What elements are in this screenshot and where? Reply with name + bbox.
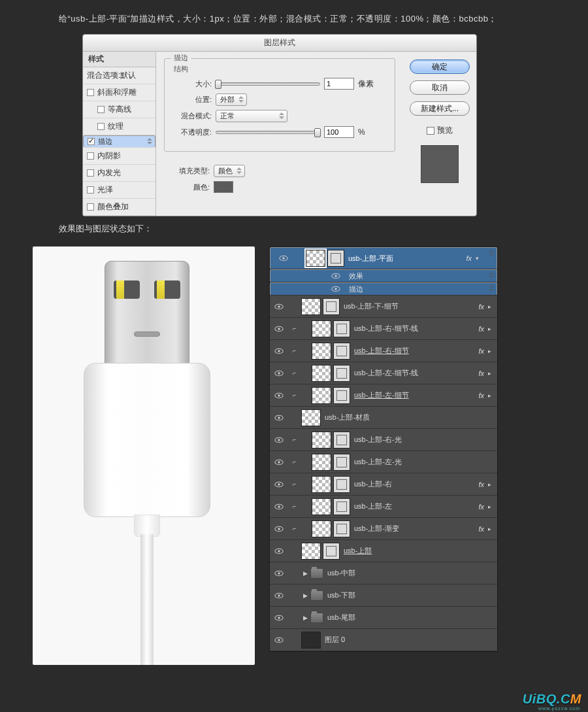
layer-row[interactable]: ⌐usb-上部-右-光 xyxy=(270,429,497,451)
layer-thumb[interactable] xyxy=(312,343,331,360)
layer-name[interactable]: usb-上部-渐变 xyxy=(350,524,474,534)
opacity-input[interactable] xyxy=(324,126,354,138)
layer-thumb[interactable] xyxy=(312,432,331,449)
link-icon[interactable]: ⌐ xyxy=(288,347,301,354)
layer-thumb[interactable] xyxy=(301,543,321,560)
layer-row[interactable]: usb-上部-材质 xyxy=(270,407,497,429)
layer-name[interactable]: usb-上部-左-细节-线 xyxy=(350,368,474,378)
eye-icon[interactable] xyxy=(270,326,288,332)
layer-row[interactable]: usb-上部-平面fx▾ xyxy=(270,247,497,269)
layer-name[interactable]: usb-上部-左-细节 xyxy=(350,390,474,400)
layer-thumb[interactable] xyxy=(301,298,321,315)
layer-name[interactable]: usb-上部-右-细节 xyxy=(350,346,474,356)
layer-thumb[interactable] xyxy=(306,250,325,267)
size-slider[interactable] xyxy=(216,82,320,86)
style-satin[interactable]: 光泽 xyxy=(83,182,155,199)
layer-name[interactable]: usb-上部-左 xyxy=(350,501,474,511)
chevron-icon[interactable]: ▸ xyxy=(488,392,497,399)
layer-thumb[interactable] xyxy=(312,476,331,493)
size-input[interactable] xyxy=(324,78,354,90)
chevron-icon[interactable]: ▾ xyxy=(476,255,485,262)
position-select[interactable]: 外部 xyxy=(216,93,247,106)
layer-thumb[interactable] xyxy=(301,632,321,649)
fx-icon[interactable]: fx xyxy=(474,303,488,311)
checkbox-icon[interactable] xyxy=(97,123,105,130)
link-icon[interactable]: ⌐ xyxy=(288,369,301,377)
layer-mask[interactable] xyxy=(333,432,350,449)
chevron-icon[interactable]: ▸ xyxy=(488,303,497,310)
layer-row[interactable]: ⌐usb-上部-右-细节fx▸ xyxy=(270,340,497,362)
style-texture[interactable]: 纹理 xyxy=(83,118,155,135)
layer-thumb[interactable] xyxy=(312,520,331,537)
layer-thumb[interactable] xyxy=(312,498,331,515)
eye-icon[interactable] xyxy=(270,415,288,421)
cancel-button[interactable]: 取消 xyxy=(410,80,470,95)
fx-icon[interactable]: fx xyxy=(474,347,488,355)
fx-icon[interactable]: fx xyxy=(474,525,488,533)
eye-icon[interactable] xyxy=(327,286,345,292)
layer-name[interactable]: usb-上部-右-光 xyxy=(350,435,497,445)
style-bevel[interactable]: 斜面和浮雕 xyxy=(83,84,155,101)
link-icon[interactable]: ⌐ xyxy=(288,436,301,443)
layer-name[interactable]: usb-下部 xyxy=(323,590,497,600)
layer-mask[interactable] xyxy=(333,387,350,404)
layer-mask[interactable] xyxy=(333,365,350,382)
checkbox-icon[interactable] xyxy=(87,152,94,160)
style-stroke[interactable]: 描边 xyxy=(83,135,155,148)
eye-icon[interactable] xyxy=(327,273,345,279)
layer-name[interactable]: usb-上部-右 xyxy=(350,479,474,489)
layer-name[interactable]: usb-上部-下-细节 xyxy=(340,301,474,311)
style-contour[interactable]: 等高线 xyxy=(83,101,155,118)
layer-row[interactable]: ⌐usb-上部-渐变fx▸ xyxy=(270,518,497,540)
layer-thumb[interactable] xyxy=(312,387,331,404)
layer-effect-row[interactable]: 效果 xyxy=(270,269,497,282)
arrow-icon[interactable]: ▶ xyxy=(301,570,309,577)
checkbox-icon[interactable] xyxy=(87,186,94,194)
link-icon[interactable]: ⌐ xyxy=(288,458,301,466)
arrow-icon[interactable]: ▶ xyxy=(301,615,309,621)
blend-options-row[interactable]: 混合选项:默认 xyxy=(83,67,155,84)
eye-icon[interactable] xyxy=(274,255,293,262)
layer-name[interactable]: usb-上部-材质 xyxy=(321,413,497,422)
preview-checkbox[interactable] xyxy=(427,127,434,135)
layer-name[interactable]: 图层 0 xyxy=(321,635,497,645)
checkbox-icon[interactable] xyxy=(87,203,94,211)
layer-mask[interactable] xyxy=(327,250,344,267)
fx-icon[interactable]: fx xyxy=(474,481,488,488)
layer-row[interactable]: ⌐usb-上部-左-细节fx▸ xyxy=(270,384,497,407)
layer-row[interactable]: ⌐usb-上部-右fx▸ xyxy=(270,473,497,496)
link-icon[interactable]: ⌐ xyxy=(288,525,301,532)
layer-mask[interactable] xyxy=(323,298,340,315)
eye-icon[interactable] xyxy=(270,392,288,399)
chevron-icon[interactable]: ▸ xyxy=(488,503,497,510)
eye-icon[interactable] xyxy=(270,570,288,577)
link-icon[interactable]: ⌐ xyxy=(288,392,301,399)
eye-icon[interactable] xyxy=(270,592,288,599)
chevron-icon[interactable]: ▸ xyxy=(488,481,497,488)
fx-icon[interactable]: fx xyxy=(462,254,476,262)
layer-name[interactable]: usb-中部 xyxy=(323,568,497,578)
eye-icon[interactable] xyxy=(270,615,288,621)
layer-row[interactable]: ⌐usb-上部-左fx▸ xyxy=(270,496,497,518)
layer-row[interactable]: ▶usb-中部 xyxy=(270,562,497,585)
layer-row[interactable]: ⌐usb-上部-右-细节-线fx▸ xyxy=(270,318,497,340)
layer-mask[interactable] xyxy=(333,454,350,471)
checkbox-icon[interactable] xyxy=(88,138,95,145)
layer-effect-row[interactable]: 描边 xyxy=(270,282,497,296)
layer-mask[interactable] xyxy=(323,543,340,560)
eye-icon[interactable] xyxy=(270,481,288,488)
chevron-icon[interactable]: ▸ xyxy=(488,526,497,532)
eye-icon[interactable] xyxy=(270,303,288,310)
layer-thumb[interactable] xyxy=(312,365,331,382)
eye-icon[interactable] xyxy=(270,526,288,532)
layer-row[interactable]: ⌐usb-上部-左-细节-线fx▸ xyxy=(270,362,497,384)
layer-mask[interactable] xyxy=(333,498,350,515)
ok-button[interactable]: 确定 xyxy=(410,59,470,74)
layer-thumb[interactable] xyxy=(312,454,331,471)
layer-row[interactable]: ▶usb-下部 xyxy=(270,585,497,607)
layer-name[interactable]: usb-尾部 xyxy=(323,613,497,622)
fx-icon[interactable]: fx xyxy=(474,369,488,377)
new-style-button[interactable]: 新建样式... xyxy=(410,101,470,116)
style-color-overlay[interactable]: 颜色叠加 xyxy=(83,199,155,216)
layer-name[interactable]: usb-上部-右-细节-线 xyxy=(350,324,474,333)
